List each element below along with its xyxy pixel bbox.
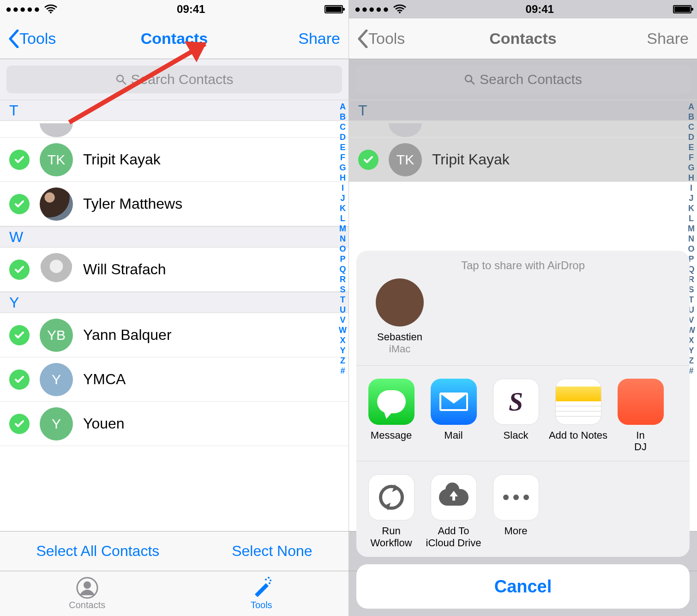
contact-row[interactable]: YBYann Balquer [0,313,348,357]
checkmark-icon[interactable] [9,260,30,280]
back-button[interactable]: Tools [357,30,405,48]
airdrop-target[interactable]: SebastieniMac [367,278,432,355]
tab-tools[interactable]: Tools [174,571,349,616]
index-letter[interactable]: P [340,254,345,264]
index-letter[interactable]: J [340,193,345,203]
more-icon [493,474,539,520]
share-app-notes[interactable]: Add to Notes [547,379,609,453]
avatar: Y [40,363,73,396]
svg-line-1 [122,81,126,84]
back-label: Tools [19,30,56,48]
checkmark-icon[interactable] [9,414,30,434]
contact-row[interactable]: Tyler Matthews [0,182,348,226]
wifi-icon [44,4,57,14]
slack-icon: S [493,379,539,425]
status-bar: ●●●●● 09:41 [0,0,348,18]
share-app-overflow[interactable]: InDJ [609,379,672,453]
share-action-label: RunWorkflow [360,525,422,549]
avatar: YB [40,319,73,352]
index-letter[interactable]: Y [340,345,345,356]
checkmark-icon[interactable] [9,150,30,170]
search-icon [115,74,126,85]
index-letter[interactable]: R [340,274,346,284]
share-app-msg[interactable]: Message [360,379,422,453]
index-letter[interactable]: D [340,132,346,142]
contacts-list[interactable]: TTKTripit KayakTyler MatthewsWWill Straf… [0,100,348,531]
svg-point-4 [265,579,267,580]
index-letter[interactable]: L [689,213,694,223]
share-app-slack[interactable]: SSlack [485,379,547,453]
contact-row[interactable]: YYouen [0,402,348,446]
index-letter[interactable]: D [688,132,694,142]
index-letter[interactable]: # [340,366,345,376]
checkmark-icon[interactable] [9,194,30,214]
contact-row[interactable]: Will Strafach [0,248,348,292]
tab-contacts[interactable]: Contacts [0,571,174,616]
contact-name: Tyler Matthews [83,195,182,212]
section-header: T [349,100,697,121]
back-button[interactable]: Tools [8,30,56,48]
share-action-more[interactable]: More [485,474,547,549]
share-action-cloud[interactable]: Add To iCloud Drive [422,474,485,549]
index-letter[interactable]: K [340,203,346,213]
index-letter[interactable]: C [340,122,346,132]
index-letter[interactable]: A [688,102,694,112]
index-letter[interactable]: B [340,112,346,122]
index-letter[interactable]: C [688,122,694,132]
battery-icon [673,5,691,13]
share-action-sync[interactable]: RunWorkflow [360,474,422,549]
partial-row [349,121,697,138]
checkmark-icon[interactable] [358,150,379,170]
index-letter[interactable]: J [689,193,693,203]
index-letter[interactable]: A [340,102,346,112]
index-letter[interactable]: F [340,152,345,163]
index-letter[interactable]: U [340,305,346,315]
index-letter[interactable]: E [340,142,345,152]
index-letter[interactable]: S [340,284,345,295]
avatar: Y [40,407,73,441]
search-input[interactable]: Search Contacts [6,66,342,93]
index-letter[interactable]: F [689,152,694,163]
index-letter[interactable]: X [340,335,345,345]
index-letter[interactable]: Z [340,356,345,366]
index-letter[interactable]: K [688,203,694,213]
index-letter[interactable]: M [688,223,695,234]
index-letter[interactable]: W [339,325,347,335]
index-letter[interactable]: E [688,142,694,152]
search-input[interactable]: Search Contacts [355,66,691,93]
select-none-button[interactable]: Select None [232,543,312,560]
select-all-button[interactable]: Select All Contacts [36,543,159,560]
share-app-mail[interactable]: Mail [422,379,485,453]
share-action-label: Add To iCloud Drive [422,525,485,549]
contact-row[interactable]: YYMCA [0,357,348,402]
alpha-index[interactable]: ABCDEFGHIJKLMNOPQRSTUVWXYZ# [339,102,347,376]
index-letter[interactable]: H [340,173,346,183]
section-header: W [0,226,348,248]
index-letter[interactable]: Q [339,264,346,274]
index-letter[interactable]: N [688,234,694,244]
index-letter[interactable]: H [688,173,694,183]
share-button[interactable]: Share [647,30,689,48]
contact-row[interactable]: TKTripit Kayak [0,138,348,182]
index-letter[interactable]: T [340,295,345,305]
notes-icon [555,379,601,425]
index-letter[interactable]: G [339,163,346,173]
index-letter[interactable]: V [340,315,345,325]
cancel-button[interactable]: Cancel [356,564,690,609]
index-letter[interactable]: L [340,213,345,223]
index-letter[interactable]: I [342,183,344,193]
index-letter[interactable]: M [339,223,346,234]
checkmark-icon[interactable] [9,325,30,345]
nav-bar: Tools Contacts Share [349,18,697,59]
index-letter[interactable]: O [339,244,346,254]
index-letter[interactable]: N [340,234,346,244]
index-letter[interactable]: I [690,183,692,193]
share-button[interactable]: Share [298,30,340,48]
tools-icon [250,577,272,599]
index-letter[interactable]: B [688,112,694,122]
section-header: Y [0,292,348,313]
contact-row[interactable]: TKTripit Kayak [349,138,697,182]
checkmark-icon[interactable] [9,369,30,390]
signal-dots-icon: ●●●●● [6,3,41,15]
index-letter[interactable]: G [688,163,694,173]
